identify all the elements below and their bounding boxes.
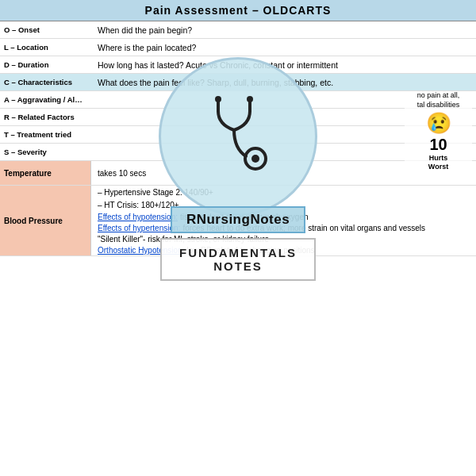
hypertension-effect-label[interactable]: Effects of hypertension: bbox=[98, 224, 180, 232]
no-pain-text: no pain at all, bbox=[405, 91, 472, 101]
sidebar: O – Onset L – Location D – Duration C – … bbox=[0, 21, 91, 161]
sidebar-label-related: R – Related Factors bbox=[4, 113, 75, 121]
sidebar-label-duration: D – Duration bbox=[4, 60, 48, 69]
sidebar-label-characteristics: C – Characteristics bbox=[4, 78, 72, 86]
sidebar-label-treatment: T – Treatment tried bbox=[4, 130, 71, 139]
hypertension-effect-line: Effects of hypertension: forces heart to… bbox=[91, 222, 476, 233]
header-title: Pain Assessment – OLDCARTS bbox=[145, 4, 332, 17]
content-row-location: Where is the pain located? bbox=[91, 39, 476, 56]
sidebar-row-aggravating: A – Aggravating / Al… bbox=[0, 91, 91, 109]
blood-pressure-content: – Hypertensive Stage 2: 140/90+ – HT Cri… bbox=[91, 186, 476, 255]
disabilities-text: tal disabilities bbox=[405, 101, 472, 110]
sidebar-row-treatment: T – Treatment tried bbox=[0, 126, 91, 144]
sidebar-label-onset: O – Onset bbox=[4, 25, 40, 34]
silent-killer-text: "Silent Killer"- risk for MI, stroke, or… bbox=[98, 235, 269, 244]
orthostatic-label[interactable]: Orthostatic Hypotension: bbox=[98, 246, 185, 255]
pain-number: 10 bbox=[405, 136, 472, 154]
pain-scale-box: no pain at all, tal disabilities 😢 10 Hu… bbox=[405, 91, 472, 171]
content-onset: When did the pain begin? bbox=[98, 25, 192, 35]
pain-worst-label: HurtsWorst bbox=[405, 154, 472, 171]
orthostatic-text: low BP related to changing positions bbox=[187, 246, 315, 255]
pain-face: 😢 bbox=[405, 111, 472, 136]
hypotension-effect-line: Effects of hypotension: tissues don't re… bbox=[91, 211, 476, 222]
content-duration: How long has it lasted? Acute vs Chronic… bbox=[98, 60, 338, 70]
content-row-onset: When did the pain begin? bbox=[91, 21, 476, 39]
sidebar-label-severity: S – Severity bbox=[4, 148, 47, 156]
content-row-characteristics: What does the pain feel like? Sharp, dul… bbox=[91, 74, 476, 91]
bp-crisis: – HT Crisis: 180+/120+ bbox=[91, 198, 476, 211]
page-header: Pain Assessment – OLDCARTS bbox=[0, 0, 476, 21]
blood-pressure-label: Blood Pressure bbox=[0, 186, 91, 255]
sidebar-row-severity: S – Severity bbox=[0, 144, 91, 161]
vitals-section: Temperature takes 10 secs Blood Pressure… bbox=[0, 161, 476, 256]
sidebar-row-onset: O – Onset bbox=[0, 21, 91, 39]
sidebar-row-characteristics: C – Characteristics bbox=[0, 74, 91, 91]
sidebar-label-location: L – Location bbox=[4, 43, 48, 52]
silent-killer-line: "Silent Killer"- risk for MI, stroke, or… bbox=[91, 233, 476, 244]
content-location: Where is the pain located? bbox=[98, 43, 196, 52]
content-row-duration: How long has it lasted? Acute vs Chronic… bbox=[91, 56, 476, 74]
sidebar-row-related: R – Related Factors bbox=[0, 109, 91, 126]
hypertension-effect-text: forces heart to do extra work; more stra… bbox=[182, 224, 425, 232]
sidebar-row-location: L – Location bbox=[0, 39, 91, 56]
sidebar-row-duration: D – Duration bbox=[0, 56, 91, 74]
bp-stage2: – Hypertensive Stage 2: 140/90+ bbox=[91, 186, 476, 198]
hypotension-effect-label[interactable]: Effects of hypotension: bbox=[98, 213, 178, 221]
blood-pressure-row: Blood Pressure – Hypertensive Stage 2: 1… bbox=[0, 186, 476, 256]
orthostatic-line: Orthostatic Hypotension: low BP related … bbox=[91, 244, 476, 255]
content-characteristics: What does the pain feel like? Sharp, dul… bbox=[98, 78, 333, 87]
sidebar-label-aggravating: A – Aggravating / Al… bbox=[4, 95, 83, 104]
temperature-note: takes 10 secs bbox=[98, 169, 146, 178]
oldcarts-section: O – Onset L – Location D – Duration C – … bbox=[0, 21, 476, 161]
temperature-label: Temperature bbox=[0, 161, 91, 185]
hypotension-effect-text: tissues don't receive enough oxygen bbox=[180, 213, 308, 221]
content-area: When did the pain begin? Where is the pa… bbox=[91, 21, 476, 161]
main-layout: O – Onset L – Location D – Duration C – … bbox=[0, 21, 476, 474]
